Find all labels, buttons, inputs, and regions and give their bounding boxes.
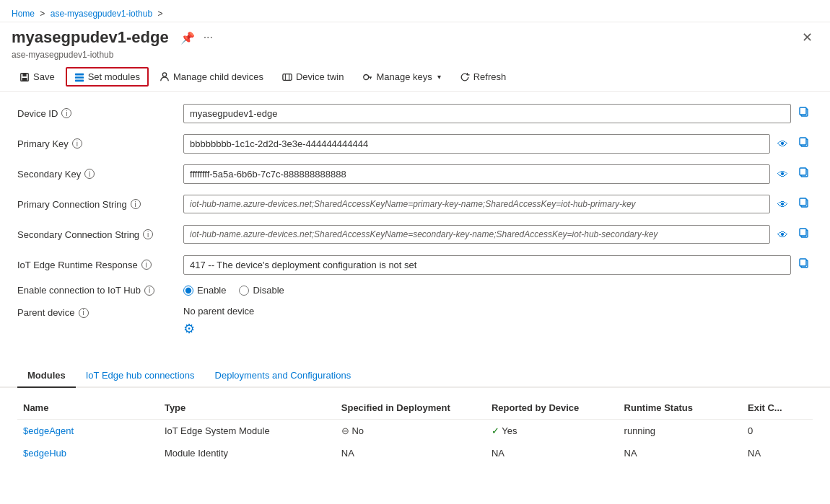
col-header-runtime: Runtime Status	[619, 397, 742, 420]
svg-rect-1	[22, 73, 26, 76]
copy-icon	[798, 167, 810, 178]
row2-exit: NA	[742, 442, 813, 464]
enable-radio-text: Enable	[197, 285, 226, 296]
enable-connection-info-icon: i	[144, 286, 154, 296]
enable-radio-label[interactable]: Enable	[183, 285, 226, 296]
primary-connection-string-info-icon: i	[131, 199, 141, 209]
secondary-key-row: Secondary Key i 👁	[17, 164, 813, 184]
device-id-copy-button[interactable]	[795, 103, 813, 123]
enable-connection-row: Enable connection to IoT Hub i Enable Di…	[17, 285, 813, 296]
secondary-connection-string-input[interactable]	[183, 225, 770, 244]
main-content: Device ID i Primary Key i 👁 Secondary Ke…	[0, 92, 830, 358]
breadcrumb-home[interactable]: Home	[12, 9, 35, 19]
edge-hub-link[interactable]: $edgeHub	[23, 448, 66, 459]
save-icon	[19, 72, 30, 82]
row1-deploy: ⊖ No	[336, 420, 486, 443]
secondary-connection-string-show-button[interactable]: 👁	[774, 226, 791, 244]
iot-edge-runtime-response-input[interactable]	[183, 255, 791, 275]
tab-iot-edge-hub-connections[interactable]: IoT Edge hub connections	[76, 364, 205, 388]
save-button[interactable]: Save	[12, 68, 63, 86]
secondary-key-copy-button[interactable]	[795, 164, 813, 184]
svg-rect-20	[800, 198, 806, 205]
disable-radio[interactable]	[239, 286, 249, 296]
svg-rect-7	[283, 74, 292, 80]
subtitle: ase-myasegpudev1-iothub	[0, 50, 830, 63]
primary-connection-string-show-button[interactable]: 👁	[774, 195, 791, 213]
row2-deploy: NA	[336, 442, 486, 464]
title-row: myasegpudev1-edge 📌 ··· ✕	[0, 22, 830, 50]
svg-point-6	[162, 72, 166, 76]
breadcrumb: Home > ase-myasegpudev1-iothub >	[12, 6, 168, 22]
manage-keys-icon	[362, 72, 372, 82]
secondary-key-show-button[interactable]: 👁	[774, 165, 791, 183]
svg-rect-3	[75, 73, 84, 75]
tab-modules[interactable]: Modules	[17, 364, 76, 388]
radio-group: Enable Disable	[183, 285, 284, 296]
primary-connection-string-row: Primary Connection String i 👁	[17, 194, 813, 214]
copy-icon	[798, 257, 810, 269]
row2-name: $edgeHub	[17, 442, 159, 464]
row2-type: Module Identity	[159, 442, 336, 464]
primary-key-show-button[interactable]: 👁	[774, 135, 791, 153]
col-header-deployment: Specified in Deployment	[336, 397, 486, 420]
iot-edge-runtime-response-copy-button[interactable]	[795, 255, 813, 275]
row1-reported-check-icon: ✓	[492, 425, 499, 436]
copy-icon	[798, 197, 810, 208]
secondary-key-input-wrap: 👁	[183, 164, 813, 184]
device-id-input[interactable]	[183, 104, 791, 123]
svg-rect-14	[800, 107, 806, 115]
edge-agent-link[interactable]: $edgeAgent	[23, 425, 74, 436]
enable-radio[interactable]	[183, 286, 193, 296]
row2-reported: NA	[486, 442, 619, 464]
set-modules-icon	[74, 72, 84, 82]
table-row: $edgeAgent IoT Edge System Module ⊖ No ✓…	[17, 420, 813, 443]
refresh-icon	[460, 72, 470, 82]
device-id-row: Device ID i	[17, 103, 813, 123]
primary-key-copy-button[interactable]	[795, 133, 813, 154]
primary-connection-string-copy-button[interactable]	[795, 194, 813, 214]
breadcrumb-iothub[interactable]: ase-myasegpudev1-iothub	[51, 9, 152, 19]
pin-button[interactable]: 📌	[176, 30, 199, 46]
device-twin-button[interactable]: Device twin	[274, 68, 351, 86]
refresh-button[interactable]: Refresh	[452, 68, 515, 86]
device-twin-icon	[282, 72, 292, 82]
tabs-row: Modules IoT Edge hub connections Deploym…	[0, 364, 830, 388]
page-title: myasegpudev1-edge	[12, 28, 169, 47]
more-button[interactable]: ···	[199, 30, 217, 45]
primary-key-input-wrap: 👁	[183, 133, 813, 154]
primary-connection-string-input-wrap: 👁	[183, 194, 813, 214]
breadcrumb-sep2: >	[155, 9, 165, 19]
parent-device-row: Parent device i No parent device ⚙	[17, 306, 813, 337]
secondary-key-input[interactable]	[183, 164, 770, 184]
breadcrumb-sep1: >	[38, 9, 48, 19]
primary-key-input[interactable]	[183, 134, 770, 154]
toolbar: Save Set modules Manage child devices De…	[0, 63, 830, 92]
manage-child-devices-button[interactable]: Manage child devices	[152, 68, 271, 86]
modules-table-wrap: Name Type Specified in Deployment Report…	[0, 388, 830, 473]
svg-rect-2	[22, 77, 27, 80]
copy-icon	[798, 227, 810, 239]
close-button[interactable]: ✕	[796, 27, 818, 48]
primary-connection-string-input[interactable]	[183, 195, 770, 213]
row1-exit: 0	[742, 420, 813, 443]
row1-type: IoT Edge System Module	[159, 420, 336, 443]
enable-connection-label: Enable connection to IoT Hub i	[17, 285, 183, 296]
primary-key-row: Primary Key i 👁	[17, 133, 813, 154]
manage-keys-button[interactable]: Manage keys ▾	[354, 68, 448, 86]
secondary-connection-string-copy-button[interactable]	[795, 224, 813, 244]
col-header-reported: Reported by Device	[486, 397, 619, 420]
svg-rect-24	[800, 259, 806, 266]
device-id-input-wrap	[183, 103, 813, 123]
iot-edge-runtime-response-row: IoT Edge Runtime Response i	[17, 255, 813, 275]
set-modules-button[interactable]: Set modules	[66, 67, 149, 87]
parent-device-gear-button[interactable]: ⚙	[183, 321, 195, 337]
row1-name: $edgeAgent	[17, 420, 159, 443]
tab-deployments-and-configurations[interactable]: Deployments and Configurations	[205, 364, 362, 388]
svg-rect-22	[800, 229, 806, 236]
parent-device-info-icon: i	[79, 308, 89, 318]
disable-radio-label[interactable]: Disable	[239, 285, 284, 296]
secondary-key-info-icon: i	[84, 169, 95, 179]
manage-keys-dropdown-icon: ▾	[437, 73, 441, 81]
secondary-connection-string-info-icon: i	[143, 229, 153, 239]
svg-rect-5	[75, 79, 84, 81]
